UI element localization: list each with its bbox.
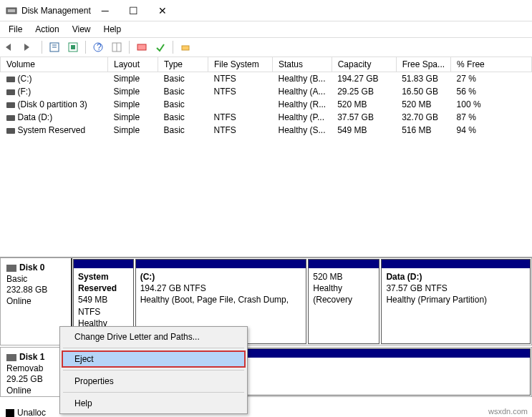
unallocated-icon [6, 409, 14, 417]
vol-capacity: 194.27 GB [332, 72, 396, 86]
ctx-help[interactable]: Help [62, 395, 246, 412]
vol-status: Healthy (R... [273, 98, 332, 111]
table-row[interactable]: (C:) Simple Basic NTFS Healthy (B... 194… [1, 72, 532, 86]
col-filesystem[interactable]: File System [208, 57, 273, 72]
disk-info-1: Disk 1 Removab 29.25 GB Online [1, 348, 60, 396]
vol-layout: Simple [108, 72, 158, 86]
volume-icon [6, 77, 15, 82]
partition-d[interactable]: Data (D:) 37.57 GB NTFS Healthy (Primary… [381, 259, 531, 344]
app-icon [6, 5, 17, 16]
vol-capacity: 37.57 GB [332, 111, 396, 124]
volume-icon [6, 89, 15, 95]
col-freespace[interactable]: Free Spa... [396, 57, 450, 72]
svg-rect-14 [182, 46, 189, 50]
vol-layout: Simple [108, 98, 158, 111]
disk1-type: Removab [6, 363, 54, 375]
disk0-status: Online [6, 296, 65, 308]
vol-capacity: 520 MB [332, 98, 396, 111]
disk1-status: Online [6, 386, 54, 397]
vol-fs: NTFS [208, 111, 273, 124]
toolbar-icon-5[interactable] [153, 39, 168, 55]
volume-icon [6, 115, 15, 121]
partition-recovery[interactable]: 520 MB Healthy (Recovery [308, 259, 379, 344]
svg-rect-8 [71, 45, 75, 49]
vol-free: 520 MB [396, 98, 450, 111]
vol-capacity: 29.25 GB [332, 85, 396, 98]
table-row[interactable]: Data (D:) Simple Basic NTFS Healthy (P..… [1, 111, 532, 124]
vol-type: Basic [158, 98, 208, 111]
col-layout[interactable]: Layout [108, 57, 158, 72]
table-row[interactable]: System Reserved Simple Basic NTFS Health… [1, 124, 532, 137]
ctx-properties[interactable]: Properties [62, 373, 246, 390]
menu-file[interactable]: File [3, 23, 28, 36]
toolbar: ? [0, 37, 532, 57]
vol-name: System Reserved [18, 125, 86, 135]
vol-pct: 87 % [451, 111, 532, 124]
svg-rect-13 [137, 44, 146, 50]
vol-layout: Simple [108, 85, 158, 98]
maximize-button[interactable]: ☐ [120, 1, 148, 21]
vol-type: Basic [158, 124, 208, 137]
disk1-size: 29.25 GB [6, 374, 54, 386]
vol-pct: 56 % [451, 85, 532, 98]
menu-action[interactable]: Action [29, 23, 64, 36]
disk-icon [6, 265, 16, 272]
vol-type: Basic [158, 85, 208, 98]
vol-name: (Disk 0 partition 3) [18, 99, 87, 109]
window-title: Disk Management [21, 6, 91, 16]
forward-icon[interactable] [21, 39, 37, 55]
vol-free: 16.50 GB [396, 85, 450, 98]
table-row[interactable]: (Disk 0 partition 3) Simple Basic Health… [1, 98, 532, 111]
vol-free: 516 MB [396, 124, 450, 137]
vol-status: Healthy (S... [273, 124, 332, 137]
vol-status: Healthy (P... [273, 111, 332, 124]
back-icon[interactable] [3, 39, 19, 55]
minimize-button[interactable]: ─ [91, 1, 120, 21]
table-row[interactable]: (F:) Simple Basic NTFS Healthy (A... 29.… [1, 85, 532, 98]
vol-layout: Simple [108, 124, 158, 137]
vol-fs: NTFS [208, 124, 273, 137]
menu-help[interactable]: Help [98, 23, 127, 36]
vol-status: Healthy (A... [273, 85, 332, 98]
toolbar-icon-4[interactable] [134, 39, 150, 55]
close-button[interactable]: ✕ [148, 1, 177, 21]
ctx-change-drive-letter[interactable]: Change Drive Letter and Paths... [62, 328, 246, 345]
volume-icon [6, 102, 15, 108]
volume-icon [6, 128, 15, 134]
watermark: wsxdn.com [488, 407, 528, 416]
window-controls: ─ ☐ ✕ [91, 1, 177, 21]
vol-free: 32.70 GB [396, 111, 450, 124]
vol-name: (F:) [18, 87, 32, 97]
ctx-eject[interactable]: Eject [62, 350, 246, 368]
toolbar-icon-3[interactable] [109, 39, 125, 55]
col-status[interactable]: Status [273, 57, 332, 72]
menu-view[interactable]: View [67, 23, 97, 36]
disk0-name: Disk 0 [19, 263, 44, 273]
table-header-row: Volume Layout Type File System Status Ca… [1, 57, 532, 72]
context-menu: Change Drive Letter and Paths... Eject P… [59, 326, 248, 414]
vol-name: (C:) [18, 74, 32, 84]
svg-marker-3 [24, 44, 29, 51]
toolbar-icon-2[interactable] [65, 39, 81, 55]
col-type[interactable]: Type [158, 57, 208, 72]
svg-marker-2 [6, 44, 11, 51]
vol-fs: NTFS [208, 85, 273, 98]
disk1-name: Disk 1 [19, 352, 44, 362]
help-icon[interactable]: ? [90, 39, 106, 55]
disk0-size: 232.88 GB [6, 285, 65, 296]
col-volume[interactable]: Volume [1, 57, 108, 72]
vol-fs: NTFS [208, 72, 273, 86]
disk-icon [6, 354, 16, 361]
vol-free: 51.83 GB [396, 72, 450, 86]
toolbar-icon-1[interactable] [47, 39, 62, 55]
vol-type: Basic [158, 111, 208, 124]
titlebar: Disk Management ─ ☐ ✕ [0, 0, 532, 21]
menubar: File Action View Help [0, 21, 532, 37]
volume-table: Volume Layout Type File System Status Ca… [0, 57, 532, 137]
toolbar-icon-6[interactable] [178, 39, 193, 55]
vol-name: Data (D:) [18, 112, 53, 122]
col-capacity[interactable]: Capacity [332, 57, 396, 72]
col-pctfree[interactable]: % Free [451, 57, 532, 72]
vol-layout: Simple [108, 111, 158, 124]
vol-pct: 100 % [451, 98, 532, 111]
